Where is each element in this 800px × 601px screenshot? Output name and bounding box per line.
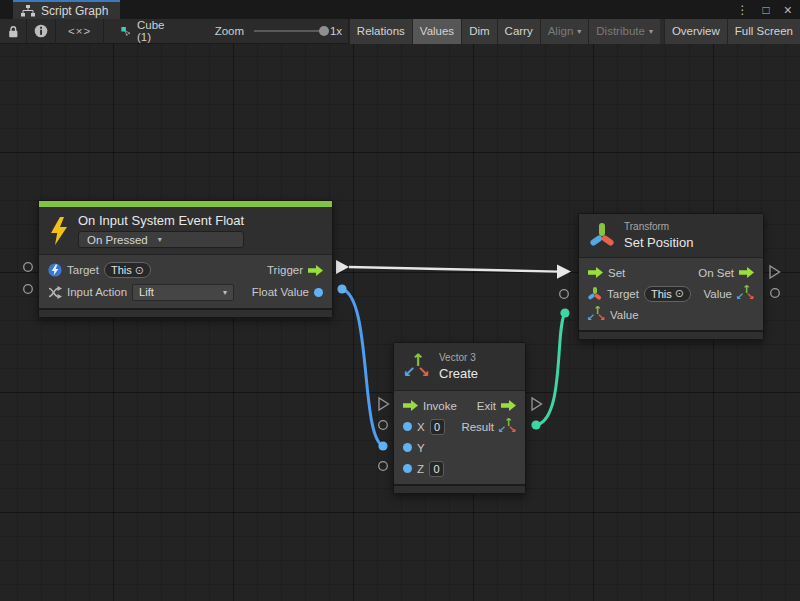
align-button[interactable]: Align▾ — [540, 19, 589, 44]
event-node-header: On Input System Event Float On Pressed ▾ — [39, 207, 332, 255]
window-controls: ⋮ □ × — [737, 0, 800, 19]
setposition-target-label: Target — [607, 288, 639, 300]
chevron-down-icon: ▾ — [215, 288, 227, 297]
vector3-icon: ↑↙↘ — [588, 306, 605, 323]
x-label: X — [417, 421, 425, 433]
node-set-position[interactable]: Transform Set Position Set On Set Target — [578, 213, 764, 340]
input-action-icon — [48, 286, 62, 299]
info-button[interactable] — [27, 19, 56, 44]
menu-icon[interactable]: ⋮ — [737, 3, 749, 17]
vector3-icon: ↑↙↘ — [404, 354, 430, 380]
x-row: X 0 Result ↑↙↘ — [394, 416, 525, 437]
tab-title: Script Graph — [41, 4, 108, 18]
invoke-label: Invoke — [423, 400, 457, 412]
dim-button[interactable]: Dim — [461, 19, 496, 44]
vector3-node-footer — [394, 484, 525, 493]
value-in-label: Value — [610, 309, 639, 321]
node-vector3-create[interactable]: ↑↙↘ Vector 3 Create Invoke Exit — [393, 342, 526, 494]
vector3-category: Vector 3 — [439, 352, 478, 363]
event-target-object-field[interactable]: This ⊙ — [104, 262, 151, 278]
zoom-slider-handle[interactable] — [319, 26, 329, 36]
flow-arrow-icon — [403, 400, 418, 411]
values-button[interactable]: Values — [412, 19, 461, 44]
maximize-icon[interactable]: □ — [763, 3, 770, 17]
vector3-icon: ↑↙↘ — [499, 418, 516, 435]
set-label: Set — [608, 267, 625, 279]
flow-arrow-icon — [588, 267, 603, 278]
vector3-title: Create — [439, 366, 478, 381]
info-icon — [34, 24, 48, 38]
input-action-dropdown[interactable]: Lift ▾ — [132, 284, 234, 301]
exit-label: Exit — [477, 400, 496, 412]
x-value-field[interactable]: 0 — [430, 419, 445, 435]
toolbar-buttons: Relations Values Dim Carry Align▾ Distri… — [349, 19, 800, 44]
flow-arrow-icon — [308, 265, 323, 276]
chevron-down-icon: ▾ — [649, 27, 653, 36]
overview-button[interactable]: Overview — [664, 19, 727, 44]
graph-toolbar: <×> Cube (1) Zoom 1x Relations Values Di… — [0, 19, 800, 44]
z-label: Z — [417, 463, 424, 475]
graph-target-selector[interactable]: Cube (1) — [115, 19, 176, 43]
y-port-icon — [403, 443, 412, 452]
tab-script-graph[interactable]: Script Graph — [13, 0, 120, 19]
input-action-label: Input Action — [67, 286, 127, 298]
event-target-label: Target — [67, 264, 99, 276]
tab-bar: Script Graph ⋮ □ × — [0, 0, 800, 19]
x-port-icon — [403, 422, 412, 431]
script-graph-icon — [21, 5, 35, 17]
graph-target-label: Cube (1) — [137, 19, 171, 43]
close-icon[interactable]: × — [784, 2, 792, 18]
object-picker-icon[interactable]: ⊙ — [675, 287, 684, 300]
chevron-down-icon: ▾ — [577, 27, 581, 36]
on-set-label: On Set — [698, 267, 734, 279]
setposition-node-footer — [579, 330, 763, 339]
setposition-title: Set Position — [624, 235, 693, 250]
graph-pointer-icon — [121, 25, 131, 38]
code-view-icon: <×> — [68, 25, 91, 37]
flow-arrow-icon — [739, 267, 754, 278]
lock-icon — [7, 25, 19, 38]
zoom-slider[interactable] — [254, 30, 324, 32]
y-label: Y — [417, 442, 425, 454]
setposition-target-row: Target This ⊙ Value ↑↙↘ — [579, 283, 763, 304]
event-target-row: Target This ⊙ Trigger — [39, 259, 332, 281]
flow-arrow-icon — [501, 400, 516, 411]
lock-button[interactable] — [0, 19, 27, 44]
setposition-target-object-field[interactable]: This ⊙ — [644, 286, 691, 302]
y-row: Y — [394, 437, 525, 458]
result-label: Result — [461, 421, 494, 433]
z-value-field[interactable]: 0 — [429, 461, 444, 477]
code-view-button[interactable]: <×> — [56, 19, 104, 44]
setposition-category: Transform — [624, 221, 693, 232]
z-row: Z 0 — [394, 458, 525, 479]
event-inputaction-row: Input Action Lift ▾ Float Value — [39, 281, 332, 303]
full-screen-button[interactable]: Full Screen — [727, 19, 800, 44]
transform-icon — [589, 222, 615, 250]
relations-button[interactable]: Relations — [349, 19, 412, 44]
invoke-row: Invoke Exit — [394, 395, 525, 416]
event-mode-dropdown[interactable]: On Pressed ▾ — [78, 231, 244, 248]
setposition-node-header: Transform Set Position — [579, 214, 763, 258]
float-value-label: Float Value — [252, 286, 309, 298]
chevron-down-icon: ▾ — [158, 235, 162, 244]
vector3-node-header: ↑↙↘ Vector 3 Create — [394, 343, 525, 391]
float-value-port-icon — [314, 288, 323, 297]
value-out-label: Value — [703, 288, 732, 300]
input-system-icon — [48, 263, 62, 277]
unity-visual-scripting-window: Script Graph ⋮ □ × <×> — [0, 0, 800, 601]
distribute-button[interactable]: Distribute▾ — [588, 19, 660, 44]
setposition-value-row: ↑↙↘ Value — [579, 304, 763, 325]
node-on-input-system-event-float[interactable]: On Input System Event Float On Pressed ▾… — [38, 200, 333, 318]
z-port-icon — [403, 464, 412, 473]
lightning-bolt-icon — [49, 217, 69, 245]
zoom-label: Zoom — [215, 25, 244, 37]
zoom-level: 1x — [330, 25, 348, 37]
carry-button[interactable]: Carry — [497, 19, 540, 44]
event-node-footer — [39, 308, 332, 317]
trigger-label: Trigger — [267, 264, 303, 276]
event-node-title: On Input System Event Float — [78, 213, 244, 228]
vector3-icon: ↑↙↘ — [737, 285, 754, 302]
transform-icon — [588, 286, 602, 301]
object-picker-icon[interactable]: ⊙ — [135, 264, 144, 277]
set-row: Set On Set — [579, 262, 763, 283]
